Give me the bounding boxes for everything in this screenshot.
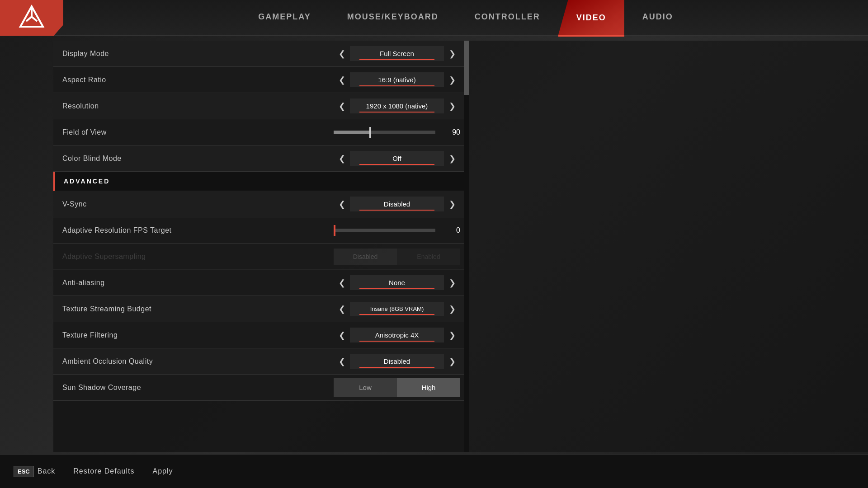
anti-aliasing-prev[interactable]: ❮: [334, 273, 350, 292]
fov-label: Field of View: [62, 128, 317, 136]
esc-key: ESC: [14, 466, 34, 477]
adaptive-resolution-thumb[interactable]: [334, 225, 335, 236]
tab-mouse-keyboard[interactable]: MOUSE/KEYBOARD: [329, 0, 457, 35]
aspect-ratio-prev[interactable]: ❮: [334, 70, 350, 89]
texture-streaming-next[interactable]: ❯: [444, 300, 460, 319]
fov-slider[interactable]: 90: [334, 128, 460, 136]
vsync-selector: ❮ Disabled ❯: [334, 195, 460, 214]
setting-sun-shadow: Sun Shadow Coverage Low High: [53, 375, 469, 401]
advanced-header-text: ADVANCED: [64, 178, 110, 185]
adaptive-resolution-value: 0: [444, 226, 460, 235]
fov-thumb[interactable]: [369, 127, 371, 138]
ambient-occlusion-label: Ambient Occlusion Quality: [62, 357, 334, 366]
vsync-label: V-Sync: [62, 200, 334, 208]
tab-video[interactable]: VIDEO: [558, 0, 624, 35]
sun-shadow-toggle: Low High: [334, 378, 460, 397]
logo-container: [0, 0, 63, 36]
aspect-ratio-label: Aspect Ratio: [62, 76, 334, 84]
sun-shadow-low[interactable]: Low: [334, 378, 397, 397]
ambient-occlusion-value: Disabled: [350, 354, 444, 369]
display-mode-selector: ❮ Full Screen ❯: [334, 44, 460, 63]
setting-fov: Field of View 90: [53, 119, 469, 145]
sun-shadow-label: Sun Shadow Coverage: [62, 384, 317, 392]
texture-streaming-value: Insane (8GB VRAM): [350, 302, 444, 316]
fov-value: 90: [444, 128, 460, 136]
back-group: ESC Back: [14, 466, 55, 477]
svg-line-2: [26, 17, 32, 21]
tab-controller[interactable]: CONTROLLER: [457, 0, 558, 35]
texture-filtering-value: Anisotropic 4X: [350, 328, 444, 343]
aspect-ratio-value: 16:9 (native): [350, 72, 444, 87]
restore-defaults-button[interactable]: Restore Defaults: [73, 467, 134, 475]
setting-display-mode: Display Mode ❮ Full Screen ❯: [53, 41, 469, 67]
adaptive-resolution-slider[interactable]: 0: [334, 226, 460, 235]
aspect-ratio-next[interactable]: ❯: [444, 70, 460, 89]
color-blind-next[interactable]: ❯: [444, 149, 460, 168]
display-mode-label: Display Mode: [62, 50, 334, 58]
sun-shadow-high[interactable]: High: [397, 378, 460, 397]
anti-aliasing-next[interactable]: ❯: [444, 273, 460, 292]
setting-adaptive-supersampling: Adaptive Supersampling Disabled Enabled: [53, 244, 469, 270]
color-blind-label: Color Blind Mode: [62, 155, 334, 163]
anti-aliasing-selector: ❮ None ❯: [334, 273, 460, 292]
resolution-value: 868 x 488 (native): [350, 99, 444, 113]
tab-gameplay[interactable]: GAMEPLAY: [240, 0, 329, 35]
setting-vsync: V-Sync ❮ Disabled ❯: [53, 191, 469, 217]
ambient-occlusion-prev[interactable]: ❮: [334, 352, 350, 371]
advanced-section-header: ADVANCED: [53, 172, 469, 191]
vsync-prev[interactable]: ❮: [334, 195, 350, 214]
fov-track: [334, 131, 435, 134]
display-mode-next[interactable]: ❯: [444, 44, 460, 63]
aspect-ratio-selector: ❮ 16:9 (native) ❯: [334, 70, 460, 89]
bottom-bar: ESC Back Restore Defaults Apply: [0, 454, 868, 488]
texture-filtering-next[interactable]: ❯: [444, 326, 460, 345]
setting-texture-streaming: Texture Streaming Budget ❮ Insane (8GB V…: [53, 296, 469, 322]
setting-adaptive-resolution: Adaptive Resolution FPS Target 0: [53, 217, 469, 244]
apex-logo: [18, 4, 45, 31]
scrollbar-track: [464, 41, 469, 452]
ambient-occlusion-next[interactable]: ❯: [444, 352, 460, 371]
fov-fill: [334, 131, 369, 134]
nav-bar: GAMEPLAY MOUSE/KEYBOARD CONTROLLER VIDEO…: [0, 0, 868, 36]
setting-resolution: Resolution ❮ 868 x 488 (native) ❯: [53, 93, 469, 119]
texture-filtering-prev[interactable]: ❮: [334, 326, 350, 345]
anti-aliasing-label: Anti-aliasing: [62, 279, 334, 287]
right-panel: [469, 41, 868, 452]
texture-streaming-selector: ❮ Insane (8GB VRAM) ❯: [334, 300, 460, 319]
nav-tabs: GAMEPLAY MOUSE/KEYBOARD CONTROLLER VIDEO…: [63, 0, 868, 35]
adaptive-supersampling-label: Adaptive Supersampling: [62, 253, 317, 261]
setting-aspect-ratio: Aspect Ratio ❮ 16:9 (native) ❯: [53, 67, 469, 93]
vsync-next[interactable]: ❯: [444, 195, 460, 214]
display-mode-prev[interactable]: ❮: [334, 44, 350, 63]
texture-filtering-selector: ❮ Anisotropic 4X ❯: [334, 326, 460, 345]
adaptive-supersampling-toggle: Disabled Enabled: [334, 249, 460, 265]
display-mode-value: Full Screen: [350, 46, 444, 61]
color-blind-prev[interactable]: ❮: [334, 149, 350, 168]
ambient-occlusion-selector: ❮ Disabled ❯: [334, 352, 460, 371]
texture-filtering-label: Texture Filtering: [62, 331, 334, 339]
color-blind-value: Off: [350, 151, 444, 166]
color-blind-selector: ❮ Off ❯: [334, 149, 460, 168]
vsync-value: Disabled: [350, 197, 444, 211]
texture-streaming-label: Texture Streaming Budget: [62, 305, 334, 313]
setting-anti-aliasing: Anti-aliasing ❮ None ❯: [53, 270, 469, 296]
adaptive-supersampling-disabled[interactable]: Disabled: [334, 249, 397, 265]
scrollbar-thumb[interactable]: [464, 41, 469, 95]
texture-streaming-prev[interactable]: ❮: [334, 300, 350, 319]
anti-aliasing-value: None: [350, 275, 444, 290]
adaptive-supersampling-enabled[interactable]: Enabled: [397, 249, 460, 265]
adaptive-resolution-track: [334, 229, 435, 232]
settings-list[interactable]: Display Mode ❮ Full Screen ❯ Aspect Rati…: [53, 41, 469, 452]
setting-ambient-occlusion: Ambient Occlusion Quality ❮ Disabled ❯: [53, 348, 469, 375]
settings-panel: Display Mode ❮ Full Screen ❯ Aspect Rati…: [53, 41, 469, 452]
apply-button[interactable]: Apply: [152, 467, 173, 475]
resolution-label: Resolution: [62, 102, 334, 110]
svg-line-3: [32, 17, 37, 21]
tab-audio[interactable]: AUDIO: [624, 0, 691, 35]
setting-texture-filtering: Texture Filtering ❮ Anisotropic 4X ❯: [53, 322, 469, 348]
main-content: Display Mode ❮ Full Screen ❯ Aspect Rati…: [53, 41, 868, 452]
resolution-prev[interactable]: ❮: [334, 97, 350, 116]
back-button[interactable]: Back: [38, 467, 56, 475]
resolution-next[interactable]: ❯: [444, 97, 460, 116]
resolution-selector: ❮ 868 x 488 (native) ❯: [334, 97, 460, 116]
